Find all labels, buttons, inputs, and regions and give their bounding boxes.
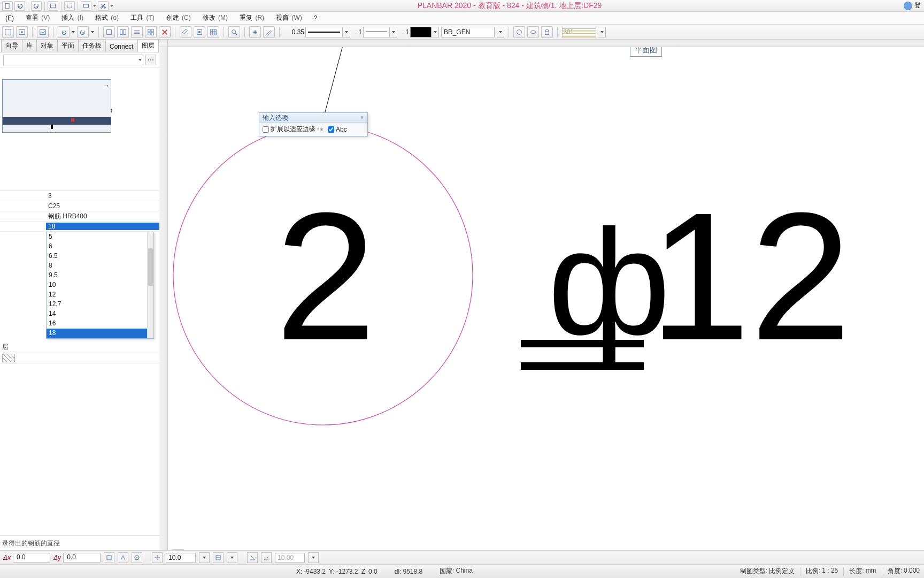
drawing-canvas[interactable]: 平面图 2 ф 12 输入选项 × 扩展: [168, 40, 924, 564]
abc-checkbox[interactable]: Abc: [328, 126, 347, 133]
room-icon[interactable]: [194, 26, 205, 38]
selection-icon[interactable]: [64, 1, 75, 11]
diameter-option[interactable]: 10: [47, 280, 153, 290]
undo-icon[interactable]: [14, 1, 25, 11]
linetype1-combo[interactable]: 1: [352, 27, 397, 37]
layer-combo[interactable]: BR_GEN: [441, 27, 495, 37]
status-length-unit[interactable]: 长度:mm: [849, 567, 876, 576]
dy-input[interactable]: 0.0: [63, 553, 101, 562]
edit-icon[interactable]: [263, 26, 275, 38]
qat-dropdown-icon[interactable]: [93, 5, 96, 7]
undo2-dropdown-icon[interactable]: [72, 31, 75, 33]
tab-plan[interactable]: 平面: [57, 39, 79, 52]
menu-item-create[interactable]: 创建 (C): [164, 12, 193, 24]
mode1-dd-icon[interactable]: [227, 552, 237, 563]
menu-item-insert[interactable]: 插入 (I): [59, 12, 86, 24]
view-icon[interactable]: [81, 1, 91, 11]
hatch-toggle1-icon[interactable]: [513, 26, 525, 38]
length-input[interactable]: 10.0: [166, 553, 196, 562]
angle-dd-icon[interactable]: [308, 552, 319, 563]
window-icon[interactable]: [48, 1, 58, 11]
prop-value-steel[interactable]: 钢筋 HRB400: [46, 212, 159, 221]
snap1-icon[interactable]: [104, 552, 114, 563]
match-icon[interactable]: [249, 26, 261, 38]
status-plottype[interactable]: 制图类型:比例定义: [740, 567, 795, 576]
zoom-icon[interactable]: [228, 26, 240, 38]
panel-more-button[interactable]: ⋯: [145, 55, 156, 65]
close-icon[interactable]: ×: [359, 114, 365, 120]
tab-object[interactable]: 对象: [36, 39, 58, 52]
status-angle[interactable]: 角度:0.000: [888, 567, 920, 576]
angle2-icon[interactable]: [261, 552, 272, 563]
mode1-icon[interactable]: [213, 552, 224, 563]
menu-item-tools[interactable]: 工具 (T): [128, 12, 157, 24]
diameter-dropdown[interactable]: 5 6 6.5 8 9.5 10 12 12.7 14 16 18: [46, 232, 154, 339]
user-avatar-icon[interactable]: [904, 2, 912, 10]
tb-icon-image[interactable]: [37, 26, 49, 38]
diameter-option[interactable]: 6: [47, 242, 153, 252]
angle1-icon[interactable]: [247, 552, 258, 563]
snap2-icon[interactable]: [118, 552, 128, 563]
tab-wizard[interactable]: 向导: [1, 39, 22, 52]
qat-dropdown2-icon[interactable]: [110, 5, 113, 7]
menu-item-repeat[interactable]: 重复 (R): [237, 12, 266, 24]
layout2-icon[interactable]: [117, 26, 129, 38]
redo-icon[interactable]: [31, 1, 42, 11]
layout4-icon[interactable]: [145, 26, 157, 38]
erase-icon[interactable]: [159, 26, 171, 38]
status-scale[interactable]: 比例:1 : 25: [806, 567, 838, 576]
extend-edge-checkbox[interactable]: 扩展以适应边缘 ᵃ∗: [263, 125, 324, 134]
layout3-icon[interactable]: [131, 26, 143, 38]
undo2-icon[interactable]: [58, 26, 70, 38]
diameter-option[interactable]: 8: [47, 261, 153, 271]
input-options-title[interactable]: 输入选项 ×: [259, 113, 367, 123]
panel-selector[interactable]: [3, 55, 143, 65]
diameter-option[interactable]: 12.7: [47, 300, 153, 309]
prop-value-2[interactable]: C25: [46, 202, 159, 210]
prop-value-diameter[interactable]: 18: [46, 223, 159, 230]
dropdown-scrollbar[interactable]: [147, 232, 153, 338]
menu-item-view[interactable]: 查看 (V): [24, 12, 52, 24]
redo2-dropdown-icon[interactable]: [91, 31, 94, 33]
layout1-icon[interactable]: [103, 26, 115, 38]
hatch-sample[interactable]: 301: [562, 27, 596, 37]
dx-input[interactable]: 0.0: [13, 553, 50, 562]
menu-item-window[interactable]: 视窗 (W): [274, 12, 304, 24]
tb-icon-2[interactable]: [16, 26, 28, 38]
diameter-option[interactable]: 14: [47, 309, 153, 319]
menu-item-format[interactable]: 格式 (o): [93, 12, 121, 24]
lineweight-combo[interactable]: 0.35: [284, 27, 350, 37]
diameter-option-selected[interactable]: 18: [47, 329, 153, 338]
diameter-option[interactable]: 9.5: [47, 271, 153, 280]
menu-item-e[interactable]: (E): [3, 13, 16, 23]
tab-connect[interactable]: Connect: [105, 41, 138, 52]
lock-icon[interactable]: [541, 26, 553, 38]
hatch-dropdown-icon[interactable]: [598, 27, 606, 37]
tab-library[interactable]: 库: [22, 39, 37, 52]
snap3-icon[interactable]: [132, 552, 142, 563]
snap4-icon[interactable]: [152, 552, 163, 563]
menu-item-modify[interactable]: 修改 (M): [201, 12, 230, 24]
new-icon[interactable]: [2, 1, 13, 11]
grid-icon[interactable]: [207, 26, 219, 38]
redo2-icon[interactable]: [77, 26, 89, 38]
input-options-box[interactable]: 输入选项 × 扩展以适应边缘 ᵃ∗ Abc: [259, 112, 368, 136]
cut-icon[interactable]: [98, 1, 109, 11]
prop-value-1[interactable]: 3: [46, 192, 159, 200]
prop-hatch-row[interactable]: [0, 352, 159, 363]
extend-edge-cb-input[interactable]: [263, 126, 269, 133]
tab-layer[interactable]: 图层: [137, 39, 159, 52]
diameter-option[interactable]: 12: [47, 290, 153, 300]
diameter-option[interactable]: 16: [47, 319, 153, 329]
abc-cb-input[interactable]: [328, 126, 334, 133]
paint-icon[interactable]: [180, 26, 191, 38]
diameter-option[interactable]: 6.5: [47, 252, 153, 261]
layer-dropdown-icon[interactable]: [497, 27, 504, 37]
length-dd-icon[interactable]: [199, 552, 210, 563]
diameter-option[interactable]: 5: [47, 232, 153, 242]
angle-input[interactable]: 10.00: [275, 553, 305, 562]
linecolor-combo[interactable]: 1: [399, 27, 439, 37]
menu-item-help[interactable]: ?: [312, 13, 320, 23]
tb-icon-1[interactable]: [2, 26, 14, 38]
tab-task[interactable]: 任务板: [78, 39, 106, 52]
